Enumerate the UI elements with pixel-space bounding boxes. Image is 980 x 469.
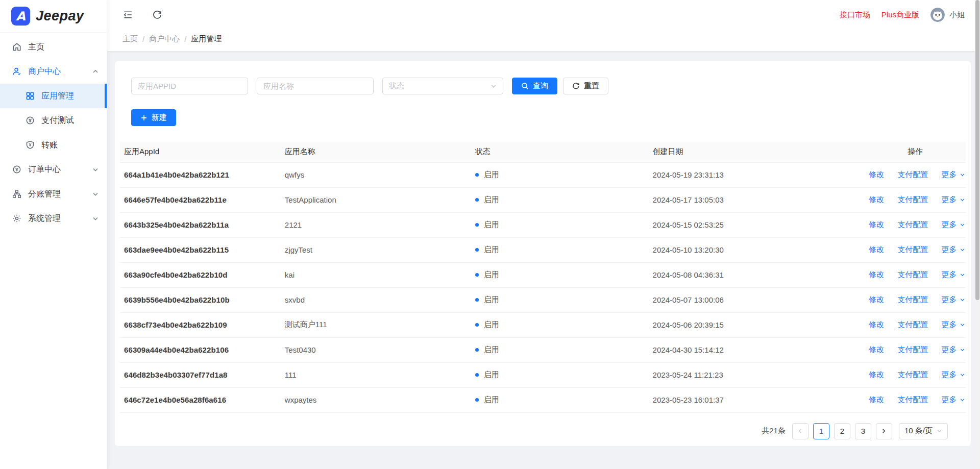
reload-icon[interactable]: [152, 10, 162, 20]
pagination-page-1[interactable]: 1: [813, 423, 829, 439]
settings-icon: [12, 214, 21, 223]
more-link[interactable]: 更多: [941, 245, 965, 255]
pay-config-link[interactable]: 支付配置: [897, 170, 928, 179]
more-link[interactable]: 更多: [941, 295, 965, 305]
more-link[interactable]: 更多: [941, 170, 965, 180]
home-icon: [12, 42, 21, 52]
search-icon: [521, 82, 529, 90]
breadcrumb-item-home[interactable]: 主页: [122, 34, 138, 44]
column-header-created: 创建日期: [649, 142, 852, 162]
status-cell: 启用: [471, 287, 649, 312]
column-header-name: 应用名称: [281, 142, 471, 162]
status-filter-select[interactable]: 状态: [382, 78, 503, 94]
more-link-label: 更多: [941, 245, 957, 255]
sidebar-item-split-management[interactable]: 分账管理: [0, 182, 107, 206]
edit-link[interactable]: 修改: [869, 320, 884, 329]
pay-config-link[interactable]: 支付配置: [897, 195, 928, 204]
pay-config-link[interactable]: 支付配置: [897, 220, 928, 229]
user-menu[interactable]: 小姐: [930, 8, 965, 22]
status-cell: 启用: [471, 237, 649, 262]
sidebar-menu: 主页 商户中心 应用管理 支付: [0, 33, 107, 231]
status-dot-icon: [475, 348, 479, 352]
more-link[interactable]: 更多: [941, 270, 965, 280]
chevron-down-icon: [960, 397, 965, 403]
edit-link[interactable]: 修改: [869, 370, 884, 379]
more-link[interactable]: 更多: [941, 195, 965, 205]
sidebar-item-merchant-center[interactable]: 商户中心: [0, 59, 107, 84]
status-label: 启用: [484, 395, 499, 404]
sidebar: A Jeepay 主页 商户中心: [0, 0, 107, 469]
app-list-card: 状态 查询 重置: [115, 61, 971, 446]
pagination-next-button[interactable]: [876, 423, 892, 439]
brand-logo[interactable]: A Jeepay: [0, 0, 107, 33]
table-row: 6638cf73e4b0e42ba622b109 测试商户111 启用 2024…: [120, 312, 966, 337]
chevron-down-icon: [960, 322, 965, 328]
scrollbar-thumb[interactable]: [975, 0, 979, 300]
pagination-page-3[interactable]: 3: [855, 423, 871, 439]
chevron-down-icon: [960, 297, 965, 303]
created-date-cell: 2024-05-17 13:05:03: [649, 187, 852, 212]
app-name-filter-input[interactable]: [257, 78, 374, 94]
status-dot-icon: [475, 248, 479, 252]
actions-cell: 修改支付配置更多: [851, 287, 966, 312]
more-link[interactable]: 更多: [941, 320, 965, 330]
more-link[interactable]: 更多: [941, 370, 965, 380]
status-label: 启用: [484, 195, 499, 204]
breadcrumb-separator: /: [142, 35, 144, 43]
pay-config-link[interactable]: 支付配置: [897, 395, 928, 404]
app-name-cell: zjgyTest: [281, 237, 471, 262]
table-row: 664a1b41e4b0e42ba622b121 qwfys 启用 2024-0…: [120, 162, 966, 187]
edit-link[interactable]: 修改: [869, 270, 884, 279]
more-link-label: 更多: [941, 370, 957, 380]
status-cell: 启用: [471, 262, 649, 287]
pay-config-link[interactable]: 支付配置: [897, 320, 928, 329]
search-button[interactable]: 查询: [512, 78, 557, 94]
more-link[interactable]: 更多: [941, 345, 965, 355]
pagination-prev-button[interactable]: [792, 423, 808, 439]
sidebar-item-app-management[interactable]: 应用管理: [0, 84, 107, 108]
app-id-cell: 6639b556e4b0e42ba622b10b: [120, 287, 281, 312]
pagination-page-2[interactable]: 2: [834, 423, 850, 439]
edit-link[interactable]: 修改: [869, 345, 884, 354]
status-label: 启用: [484, 245, 499, 254]
more-link[interactable]: 更多: [941, 395, 965, 405]
pay-config-link[interactable]: 支付配置: [897, 245, 928, 254]
actions-cell: 修改支付配置更多: [851, 162, 966, 187]
sidebar-item-order-center[interactable]: 订单中心: [0, 157, 107, 182]
sidebar-item-pay-test[interactable]: 支付测试: [0, 108, 107, 133]
plus-edition-link[interactable]: Plus商业版: [881, 10, 919, 20]
menu-fold-icon[interactable]: [122, 10, 133, 20]
edit-link[interactable]: 修改: [869, 295, 884, 304]
status-dot-icon: [475, 373, 479, 377]
sidebar-item-transfer[interactable]: 转账: [0, 133, 107, 157]
app-id-cell: 663a90cfe4b0e42ba622b10d: [120, 262, 281, 287]
breadcrumb-item-merchant-center[interactable]: 商户中心: [149, 34, 180, 44]
pay-config-link[interactable]: 支付配置: [897, 345, 928, 354]
created-date-cell: 2024-04-30 15:14:12: [649, 337, 852, 362]
edit-link[interactable]: 修改: [869, 195, 884, 204]
reset-button[interactable]: 重置: [563, 78, 608, 94]
pay-config-link[interactable]: 支付配置: [897, 295, 928, 304]
app-id-cell: 663dae9ee4b0e42ba622b115: [120, 237, 281, 262]
api-market-link[interactable]: 接口市场: [840, 10, 870, 20]
more-link[interactable]: 更多: [941, 220, 965, 230]
header-toolbar: 接口市场 Plus商业版 小姐: [107, 0, 980, 30]
sidebar-item-label: 支付测试: [41, 115, 74, 126]
edit-link[interactable]: 修改: [869, 245, 884, 254]
table-row: 663a90cfe4b0e42ba622b10d kai 启用 2024-05-…: [120, 262, 966, 287]
edit-link[interactable]: 修改: [869, 220, 884, 229]
pay-config-link[interactable]: 支付配置: [897, 270, 928, 279]
pay-config-link[interactable]: 支付配置: [897, 370, 928, 379]
breadcrumb: 主页 / 商户中心 / 应用管理: [107, 30, 980, 51]
appid-filter-input[interactable]: [131, 78, 248, 94]
edit-link[interactable]: 修改: [869, 170, 884, 179]
sidebar-item-home[interactable]: 主页: [0, 35, 107, 59]
sidebar-item-system-management[interactable]: 系统管理: [0, 206, 107, 231]
new-app-button[interactable]: 新建: [131, 109, 176, 126]
split-icon: [12, 189, 21, 199]
main-area: 接口市场 Plus商业版 小姐 主页 / 商户中心 / 应用管理: [107, 0, 980, 469]
reset-button-label: 重置: [584, 81, 599, 91]
app-name-cell: qwfys: [281, 162, 471, 187]
edit-link[interactable]: 修改: [869, 395, 884, 404]
page-size-select[interactable]: 10 条/页: [899, 423, 948, 439]
